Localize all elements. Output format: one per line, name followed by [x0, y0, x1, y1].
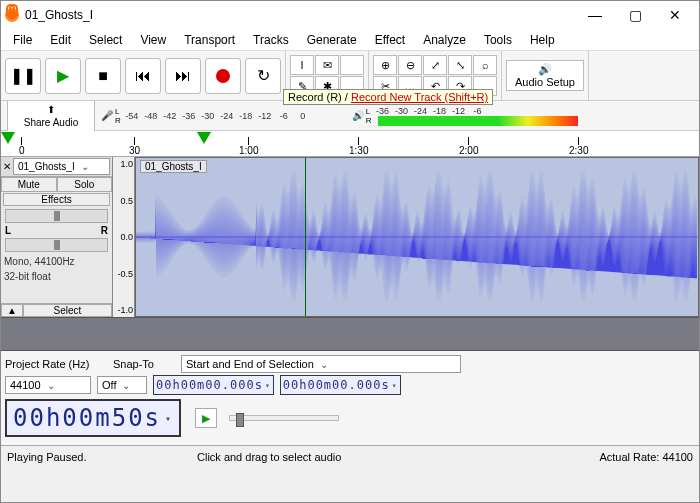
- timeline-tick: 2:30: [569, 137, 588, 156]
- project-rate-dropdown[interactable]: 44100: [5, 376, 91, 394]
- project-rate-label: Project Rate (Hz): [5, 358, 101, 370]
- track-area-empty[interactable]: [1, 317, 699, 351]
- meter-tick: -24: [412, 106, 430, 116]
- pan-l-label: L: [5, 225, 11, 236]
- play-button[interactable]: ▶: [45, 58, 81, 94]
- meter-tick: -18: [431, 106, 449, 116]
- share-icon: ⬆: [47, 104, 55, 115]
- menu-transport[interactable]: Transport: [176, 31, 243, 49]
- meter-tick: -42: [161, 111, 179, 121]
- envelope-tool[interactable]: ✉: [315, 55, 339, 75]
- status-bar: Playing Paused. Click and drag to select…: [1, 445, 699, 467]
- app-icon: [5, 8, 19, 22]
- skip-end-button[interactable]: ⏭: [165, 58, 201, 94]
- waveform-display[interactable]: 01_Ghosts_I: [135, 157, 699, 317]
- record-tooltip: Record (R) / Record New Track (Shift+R): [283, 89, 493, 105]
- audio-setup-button[interactable]: 🔊 Audio Setup: [506, 60, 584, 91]
- stop-button[interactable]: ■: [85, 58, 121, 94]
- menu-edit[interactable]: Edit: [42, 31, 79, 49]
- meter-tick: -30: [393, 106, 411, 116]
- timeline-tick: 0: [19, 137, 25, 156]
- playhead-line: [305, 158, 306, 316]
- timeline-tick: 2:00: [459, 137, 478, 156]
- yscale-tick: -1.0: [114, 305, 133, 315]
- vertical-scale[interactable]: 1.0 0.5 0.0 -0.5 -1.0: [113, 157, 135, 317]
- meter-tick: -6: [275, 111, 293, 121]
- loop-button[interactable]: ↻: [245, 58, 281, 94]
- selection-tool[interactable]: I: [290, 55, 314, 75]
- window-title: 01_Ghosts_I: [25, 8, 575, 22]
- status-mid: Click and drag to select audio: [197, 451, 599, 463]
- menu-tools[interactable]: Tools: [476, 31, 520, 49]
- meter-tick: -36: [374, 106, 392, 116]
- effects-button[interactable]: Effects: [3, 193, 110, 206]
- clip-label[interactable]: 01_Ghosts_I: [140, 160, 207, 173]
- yscale-tick: 1.0: [114, 159, 133, 169]
- meter-tick: -54: [123, 111, 141, 121]
- play-at-speed-button[interactable]: ▶: [195, 408, 217, 428]
- track-name-dropdown[interactable]: 01_Ghosts_I: [13, 158, 110, 175]
- select-track-button[interactable]: Select: [23, 304, 112, 317]
- gain-slider[interactable]: [5, 209, 108, 223]
- timeline-start-marker[interactable]: [1, 132, 15, 144]
- selection-start-field[interactable]: 00h00m00.000s: [153, 375, 274, 395]
- mute-button[interactable]: Mute: [1, 177, 57, 192]
- blank-tool-1[interactable]: [340, 55, 364, 75]
- menu-bar: File Edit Select View Transport Tracks G…: [1, 29, 699, 51]
- zoom-out-button[interactable]: ⊖: [398, 55, 422, 75]
- record-button[interactable]: [205, 58, 241, 94]
- timeline-tick: 1:00: [239, 137, 258, 156]
- meter-tick: -36: [180, 111, 198, 121]
- timeline-ruler[interactable]: 0301:001:302:002:30: [1, 131, 699, 157]
- close-button[interactable]: ✕: [655, 1, 695, 29]
- zoom-in-button[interactable]: ⊕: [373, 55, 397, 75]
- tooltip-text-b: Record New Track (Shift+R): [351, 91, 488, 103]
- pause-button[interactable]: ❚❚: [5, 58, 41, 94]
- maximize-button[interactable]: ▢: [615, 1, 655, 29]
- zoom-toggle-button[interactable]: ⌕: [473, 55, 497, 75]
- menu-analyze[interactable]: Analyze: [415, 31, 474, 49]
- minimize-button[interactable]: —: [575, 1, 615, 29]
- time-position-display[interactable]: 00h00m50s: [5, 399, 181, 437]
- timeline-tick: 30: [129, 137, 140, 156]
- meter-tick: -12: [450, 106, 468, 116]
- playback-meter[interactable]: [378, 116, 578, 126]
- audio-setup-toolbar: 🔊 Audio Setup: [502, 51, 589, 100]
- menu-generate[interactable]: Generate: [299, 31, 365, 49]
- timeline-playhead-marker[interactable]: [197, 132, 211, 144]
- share-label: Share Audio: [24, 117, 79, 128]
- status-right: Actual Rate: 44100: [599, 451, 693, 463]
- fit-selection-button[interactable]: ⤢: [423, 55, 447, 75]
- meter-tick: -30: [199, 111, 217, 121]
- menu-tracks[interactable]: Tracks: [245, 31, 297, 49]
- selection-end-field[interactable]: 00h00m00.000s: [280, 375, 401, 395]
- selection-mode-dropdown[interactable]: Start and End of Selection: [181, 355, 461, 373]
- pan-slider[interactable]: [5, 238, 108, 252]
- recording-meter[interactable]: -54 -48 -42 -36 -30 -24 -18 -12 -6 0: [123, 111, 312, 121]
- pan-r-label: R: [101, 225, 108, 236]
- menu-file[interactable]: File: [5, 31, 40, 49]
- menu-help[interactable]: Help: [522, 31, 563, 49]
- audio-setup-label: Audio Setup: [515, 76, 575, 88]
- yscale-tick: -0.5: [114, 269, 133, 279]
- skip-start-button[interactable]: ⏮: [125, 58, 161, 94]
- playback-speed-slider[interactable]: [229, 415, 339, 421]
- meter-tick: -48: [142, 111, 160, 121]
- timeline-tick: 1:30: [349, 137, 368, 156]
- mic-icon[interactable]: 🎤: [101, 110, 113, 121]
- snap-to-dropdown[interactable]: Off: [97, 376, 147, 394]
- meter-tick: -18: [237, 111, 255, 121]
- menu-select[interactable]: Select: [81, 31, 130, 49]
- fit-project-button[interactable]: ⤡: [448, 55, 472, 75]
- status-left: Playing Paused.: [7, 451, 197, 463]
- menu-view[interactable]: View: [132, 31, 174, 49]
- yscale-tick: 0.0: [114, 232, 133, 242]
- menu-effect[interactable]: Effect: [367, 31, 413, 49]
- speaker-icon: 🔊: [538, 63, 552, 76]
- collapse-button[interactable]: ▲: [1, 304, 23, 317]
- track-format-1: Mono, 44100Hz: [1, 254, 112, 269]
- speaker-meter-icon[interactable]: 🔊: [352, 110, 364, 121]
- track-close-button[interactable]: ✕: [3, 161, 11, 172]
- transport-toolbar: ❚❚ ▶ ■ ⏮ ⏭ ↻: [1, 51, 286, 100]
- solo-button[interactable]: Solo: [57, 177, 113, 192]
